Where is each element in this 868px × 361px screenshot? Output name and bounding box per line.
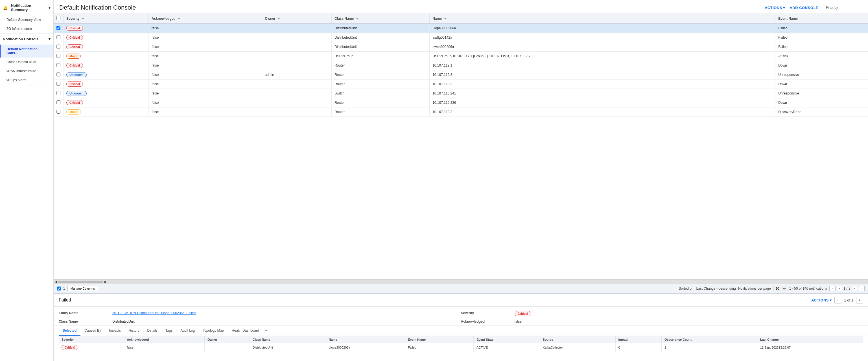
row-checkbox[interactable] bbox=[57, 26, 60, 30]
name-cell: 10.107.119.3 bbox=[430, 70, 775, 79]
acknowledged-meta-value: false bbox=[512, 318, 863, 325]
tab-tags[interactable]: Tags bbox=[161, 326, 177, 336]
row-checkbox[interactable] bbox=[57, 54, 60, 58]
table-row[interactable]: Critical false DistributedUnit asdfg0014… bbox=[54, 33, 868, 42]
row-checkbox-cell[interactable] bbox=[54, 107, 63, 117]
class-filter-icon: ▼ bbox=[356, 17, 359, 20]
filter-input[interactable] bbox=[823, 4, 862, 11]
notifications-table-container: Severity ▼ Acknowledged ▼ Owner ▼ Class … bbox=[54, 14, 868, 280]
sidebar-notification-console-header[interactable]: Notification Console ▾ bbox=[0, 34, 53, 44]
table-row[interactable]: Unknown false admin Router 10.107.119.3 … bbox=[54, 70, 868, 79]
scroll-thumb[interactable] bbox=[58, 281, 103, 283]
table-row[interactable]: Critical false DistributedUnit qwert0002… bbox=[54, 42, 868, 52]
sidebar-item-cross-domain[interactable]: Cross Domain RCA bbox=[0, 58, 53, 67]
row-checkbox-cell[interactable] bbox=[54, 89, 63, 98]
sidebar-notification-summary-header[interactable]: 🔔 Notification Summary ▾ bbox=[0, 0, 53, 15]
entity-name-label: Entity Name bbox=[59, 309, 110, 318]
tab-selected[interactable]: Selected bbox=[59, 326, 81, 336]
detail-table-row[interactable]: Critical false DistributedUnit uiopa3000… bbox=[59, 343, 863, 352]
row-checkbox-cell[interactable] bbox=[54, 42, 63, 52]
sidebar-item-5g-infra[interactable]: 5G Infrastructure bbox=[0, 24, 53, 33]
table-row[interactable]: Critical false Router 10.107.119.1 Down bbox=[54, 61, 868, 70]
tab-details[interactable]: Details bbox=[143, 326, 161, 336]
row-checkbox-cell[interactable] bbox=[54, 52, 63, 61]
header-actions: ACTIONS ▾ ADD CONSOLE bbox=[765, 4, 862, 11]
prev-page-button[interactable]: ‹ bbox=[837, 286, 842, 291]
sidebar-item-vran[interactable]: vRAN Infrastructure bbox=[0, 67, 53, 75]
row-checkbox[interactable] bbox=[57, 91, 60, 95]
row-checkbox[interactable] bbox=[57, 82, 60, 86]
detail-actions-bar: ACTIONS ▾ ‹ 1 of 1 › bbox=[811, 297, 863, 303]
name-cell: 10.107.119.3 bbox=[430, 79, 775, 89]
more-tabs-button[interactable]: ··· bbox=[263, 325, 270, 336]
detail-tabs: SelectedCaused ByImpactsHistoryDetailsTa… bbox=[54, 325, 868, 336]
pagination: |‹ ‹ 1 / 3 › ›| bbox=[829, 286, 865, 291]
select-all-checkbox[interactable] bbox=[57, 16, 60, 20]
tab-history[interactable]: History bbox=[125, 326, 143, 336]
event-name-header[interactable]: Event Name ↕ bbox=[775, 14, 868, 24]
table-row[interactable]: Critical false DistributedUnit uiopa3000… bbox=[54, 24, 868, 33]
sidebar-item-vrops[interactable]: vROps Alerts bbox=[0, 75, 53, 85]
detail-panel: Failed ACTIONS ▾ ‹ 1 of 1 › Entity Name … bbox=[54, 293, 868, 361]
tab-caused-by[interactable]: Caused By bbox=[81, 326, 105, 336]
tab-topology-map[interactable]: Topology Map bbox=[199, 326, 228, 336]
row-checkbox[interactable] bbox=[57, 63, 60, 67]
detail-prev-button[interactable]: ‹ bbox=[834, 297, 841, 303]
row-checkbox[interactable] bbox=[57, 44, 60, 48]
actions-button[interactable]: ACTIONS ▾ bbox=[765, 6, 785, 10]
class-name-cell: DistributedUnit bbox=[332, 42, 430, 52]
detail-col-severity: Severity bbox=[59, 336, 124, 343]
row-checkbox[interactable] bbox=[57, 35, 60, 39]
class-name-cell: DistributedUnit bbox=[332, 33, 430, 42]
tab-health-dashboard[interactable]: Health Dashboard bbox=[228, 326, 263, 336]
name-header[interactable]: Name ▼ bbox=[430, 14, 775, 24]
horizontal-scrollbar[interactable]: ◀ ▶ bbox=[54, 280, 868, 284]
table-row[interactable]: Critical false Router 10.107.119.3 Down bbox=[54, 79, 868, 89]
class-name-header[interactable]: Class Name ▼ bbox=[332, 14, 430, 24]
scroll-right-btn[interactable]: ▶ bbox=[104, 280, 107, 284]
per-page-select[interactable]: 50 100 150 bbox=[773, 286, 787, 291]
select-all-header[interactable] bbox=[54, 14, 63, 24]
row-checkbox-cell[interactable] bbox=[54, 24, 63, 33]
last-page-button[interactable]: ›| bbox=[858, 286, 865, 291]
detail-next-button[interactable]: › bbox=[856, 297, 863, 303]
main-header: Default Notification Console ACTIONS ▾ A… bbox=[54, 0, 868, 14]
row-checkbox-cell[interactable] bbox=[54, 98, 63, 107]
table-row[interactable]: Critical false Router 10.107.116.236 Dow… bbox=[54, 98, 868, 107]
row-checkbox[interactable] bbox=[57, 72, 60, 76]
detail-actions-chevron: ▾ bbox=[830, 298, 832, 302]
table-row[interactable]: Major false HSRPGroup HSRPGroup-10.107.1… bbox=[54, 52, 868, 61]
acknowledged-cell: false bbox=[149, 52, 262, 61]
row-checkbox[interactable] bbox=[57, 110, 60, 114]
row-checkbox[interactable] bbox=[57, 100, 60, 104]
row-checkbox-cell[interactable] bbox=[54, 70, 63, 79]
severity-header[interactable]: Severity ▼ bbox=[63, 14, 149, 24]
row-checkbox-cell[interactable] bbox=[54, 61, 63, 70]
name-cell: uiopa3000206a bbox=[430, 24, 775, 33]
tab-impacts[interactable]: Impacts bbox=[105, 326, 125, 336]
add-console-button[interactable]: ADD CONSOLE bbox=[789, 6, 818, 10]
event-name-cell: Unresponsive bbox=[775, 89, 868, 98]
entity-name-link[interactable]: NOTIFICATION-DistributedUnit_uiopa300020… bbox=[112, 311, 196, 315]
footer-checkbox[interactable] bbox=[57, 287, 61, 291]
manage-columns-button[interactable]: Manage Columns bbox=[67, 286, 98, 291]
dt-impact: 0 bbox=[615, 343, 661, 352]
tab-audit-log[interactable]: Audit Log bbox=[177, 326, 199, 336]
acknowledged-header[interactable]: Acknowledged ▼ bbox=[149, 14, 262, 24]
first-page-button[interactable]: |‹ bbox=[829, 286, 836, 291]
sidebar-item-default-summary[interactable]: Default Summary View bbox=[0, 15, 53, 24]
severity-cell: Major bbox=[63, 52, 149, 61]
row-checkbox-cell[interactable] bbox=[54, 33, 63, 42]
owner-header[interactable]: Owner ▼ bbox=[262, 14, 332, 24]
page-title: Default Notification Console bbox=[59, 4, 136, 11]
row-checkbox-cell[interactable] bbox=[54, 79, 63, 89]
table-row[interactable]: Minor false Router 10.107.119.3 Discover… bbox=[54, 107, 868, 117]
next-page-button[interactable]: › bbox=[851, 286, 857, 291]
sidebar-item-default-console[interactable]: Default Notification Cons... bbox=[0, 44, 53, 58]
detail-actions-button[interactable]: ACTIONS ▾ bbox=[811, 298, 832, 302]
name-cell: asdfg00142a bbox=[430, 33, 775, 42]
table-row[interactable]: Unknown false Switch 10.107.116.241 Unre… bbox=[54, 89, 868, 98]
severity-cell: Critical bbox=[63, 79, 149, 89]
scroll-left-btn[interactable]: ◀ bbox=[55, 280, 57, 284]
severity-cell: Critical bbox=[63, 42, 149, 52]
